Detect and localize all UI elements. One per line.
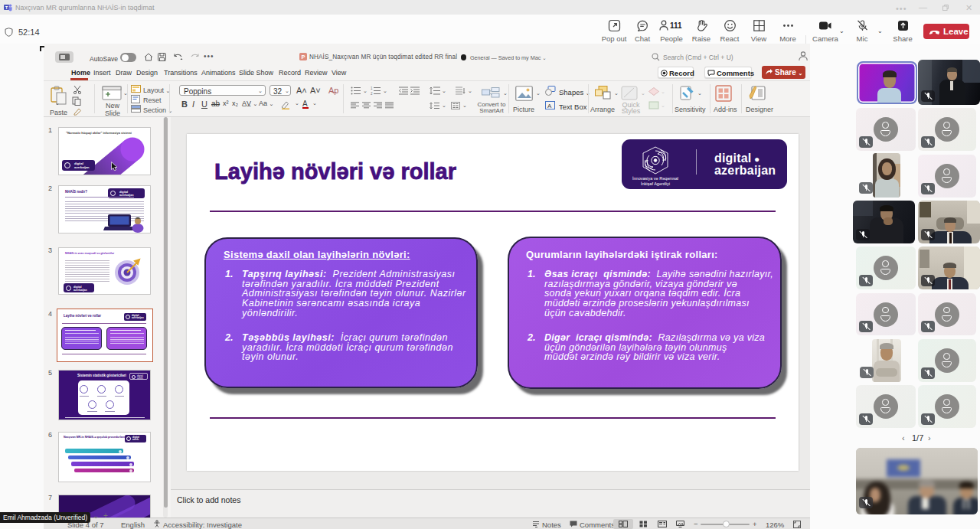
svg-text:2: 2 [371, 92, 373, 95]
svg-text:P: P [301, 54, 305, 60]
svg-text:A: A [547, 103, 552, 109]
svg-text:1: 1 [371, 87, 373, 90]
svg-text:T: T [5, 5, 8, 10]
svg-text:111: 111 [670, 21, 682, 30]
